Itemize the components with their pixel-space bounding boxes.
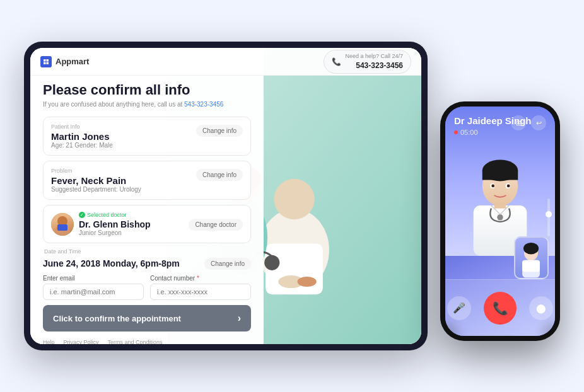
problem-content: Problem Fever, Neck Pain Suggested Depar… [51,168,191,193]
main-scene: Appmart 📞 Need a help? Call 24/7 543-323… [21,16,563,376]
mute-button[interactable]: 🎤 [447,296,471,320]
problem-header: Problem Fever, Neck Pain Suggested Depar… [51,168,243,193]
svg-rect-12 [44,62,46,64]
volume-slider[interactable] [547,199,550,236]
date-label: Date and Time [43,248,251,255]
call-controls: 🎤 📞 ⬤ [445,279,555,336]
problem-diagnosis: Fever, Neck Pain [51,175,191,186]
doctor-left: ✓ Selected doctor Dr. Glenn Bishop Junio… [51,212,151,236]
patient-info-content: Patient Info Martin Jones Age: 21 Gender… [51,124,191,149]
svg-rect-11 [47,59,49,62]
help-label: Need a help? Call 24/7 [345,53,403,59]
timer-value: 05:00 [460,129,478,136]
check-icon: ✓ [79,212,85,218]
change-patient-info-button[interactable]: Change info [196,125,243,137]
svg-point-2 [274,179,314,219]
volume-slider-thumb [546,211,552,217]
help-contact: 📞 Need a help? Call 24/7 543-323-3456 [324,50,411,74]
contact-input[interactable] [150,284,251,300]
help-link[interactable]: Help [43,339,55,344]
svg-rect-31 [522,260,540,272]
change-problem-button[interactable]: Change info [196,169,243,181]
change-date-button[interactable]: Change info [204,258,251,270]
self-avatar-svg [515,236,547,279]
contact-label: Contact number * [150,275,251,282]
svg-rect-13 [47,62,49,64]
svg-rect-10 [44,59,46,62]
doctor-name: Dr. Glenn Bishop [79,219,151,229]
date-section: Date and Time June 24, 2018 Monday, 6pm-… [43,248,251,270]
problem-label: Problem [51,168,191,174]
camera-toggle-button[interactable]: ⬤ [529,296,553,320]
arrow-icon: › [238,313,241,324]
doctor-info: ✓ Selected doctor Dr. Glenn Bishop Junio… [79,212,151,236]
page-subtitle: If you are confused about anything here,… [43,101,251,108]
selected-doctor-label: ✓ Selected doctor [79,212,151,218]
confirm-btn-text: Click to confirm the appointment [53,314,181,323]
doctor-avatar [51,213,74,236]
svg-point-9 [298,277,317,287]
phone-screen: Dr Jaideep Singh 05:00 ⊞ ↩ [445,107,555,336]
screen-share-icon[interactable]: ⊞ [511,115,526,130]
app-logo: Appmart [40,56,89,67]
self-video-feed [514,236,549,279]
patient-info-header: Patient Info Martin Jones Age: 21 Gender… [51,124,243,149]
problem-card: Problem Fever, Neck Pain Suggested Depar… [43,161,251,200]
subtitle-phone-link[interactable]: 543-323-3456 [184,101,223,108]
email-form-group: Enter email [43,275,144,300]
svg-rect-16 [57,224,67,231]
phone-device: Dr Jaideep Singh 05:00 ⊞ ↩ [440,101,560,341]
patient-name: Martin Jones [51,131,191,142]
confirm-appointment-button[interactable]: Click to confirm the appointment › [43,305,251,331]
recording-indicator [454,130,458,134]
email-input[interactable] [43,284,144,300]
patient-info-card: Patient Info Martin Jones Age: 21 Gender… [43,117,251,156]
page-title: Please confirm all info [43,82,251,98]
phone-action-icons: ⊞ ↩ [511,115,546,130]
date-row: June 24, 2018 Monday, 6pm-8pm Change inf… [43,257,251,270]
problem-department: Suggested Department: Urology [51,186,191,193]
svg-point-25 [507,184,510,187]
change-doctor-button[interactable]: Change doctor [189,219,243,231]
tablet-screen: Appmart 📞 Need a help? Call 24/7 543-323… [30,48,421,344]
tablet-footer: Help Privacy Policy Terms and Conditions [43,339,251,344]
date-value: June 24, 2018 Monday, 6pm-8pm [43,258,180,268]
form-panel: Please confirm all info If you are confu… [30,48,264,344]
svg-rect-21 [482,170,518,180]
tablet-device: Appmart 📞 Need a help? Call 24/7 543-323… [24,42,428,350]
terms-link[interactable]: Terms and Conditions [108,339,163,344]
doctor-avatar-inner [51,213,74,236]
svg-point-7 [264,255,279,270]
end-call-button[interactable]: 📞 [484,292,517,325]
required-indicator: * [197,275,199,282]
tablet-navbar: Appmart 📞 Need a help? Call 24/7 543-323… [30,48,421,76]
svg-point-26 [497,214,503,220]
doctor-specialty: Junior Surgeon [79,229,151,236]
svg-point-24 [491,184,494,187]
patient-age-gender: Age: 21 Gender: Male [51,142,191,149]
help-text-block: Need a help? Call 24/7 543-323-3456 [345,53,403,71]
contact-form-row: Enter email Contact number * [43,275,251,300]
contact-form-group: Contact number * [150,275,251,300]
app-name: Appmart [55,57,89,66]
flip-camera-icon[interactable]: ↩ [531,115,546,130]
svg-point-29 [523,243,539,255]
doctor-card: ✓ Selected doctor Dr. Glenn Bishop Junio… [43,205,251,243]
privacy-link[interactable]: Privacy Policy [64,339,99,344]
patient-info-label: Patient Info [51,124,191,130]
phone-icon: 📞 [332,57,341,66]
email-label: Enter email [43,275,144,282]
logo-icon [40,56,52,67]
help-number: 543-323-3456 [356,61,403,70]
